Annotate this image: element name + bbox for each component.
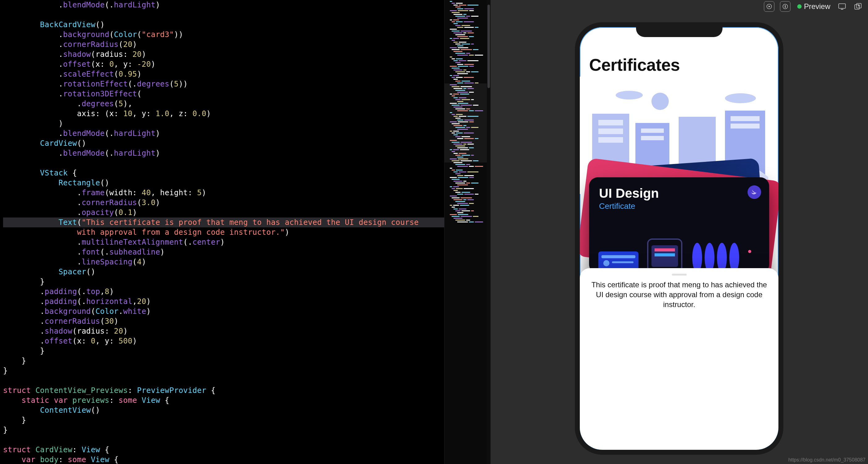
svg-rect-30 (655, 248, 675, 251)
phone-notch (636, 22, 722, 37)
code-editor-panel: .blendMode(.hardLight) BackCardView() .b… (0, 0, 491, 464)
code-line[interactable] (3, 435, 444, 445)
code-line[interactable]: } (3, 425, 444, 435)
code-line[interactable] (3, 158, 444, 168)
duplicate-preview-button[interactable] (853, 1, 863, 12)
code-line[interactable]: struct ContentView_Previews: PreviewProv… (3, 385, 444, 395)
code-line[interactable]: .blendMode(.hardLight) (3, 148, 444, 158)
pin-preview-button[interactable] (780, 1, 790, 12)
code-line[interactable]: .offset(x: 0, y: 500) (3, 336, 444, 346)
code-line[interactable]: .blendMode(.hardLight) (3, 128, 444, 138)
svg-rect-27 (612, 261, 633, 263)
front-card[interactable]: UI Design Certificate (589, 177, 769, 273)
sheet-text: This certificate is proof that meng to h… (590, 280, 769, 310)
svg-rect-17 (641, 136, 664, 140)
code-line[interactable]: ContentView() (3, 405, 444, 415)
svg-rect-4 (841, 9, 843, 9)
code-line[interactable]: .opacity(0.1) (3, 208, 444, 217)
phone-frame: Certificates (575, 22, 783, 455)
run-button[interactable] (764, 1, 774, 12)
svg-rect-25 (601, 255, 636, 258)
scrollbar-thumb[interactable] (488, 5, 490, 88)
code-line[interactable]: .cornerRadius(30) (3, 316, 444, 326)
code-line[interactable] (3, 376, 444, 385)
code-line[interactable]: } (3, 346, 444, 356)
code-area[interactable]: .blendMode(.hardLight) BackCardView() .b… (0, 0, 444, 464)
code-line[interactable]: VStack { (3, 168, 444, 178)
preview-status-label: Preview (804, 2, 830, 11)
code-line[interactable]: Text("This certificate is proof that men… (3, 217, 444, 227)
svg-rect-20 (731, 116, 760, 121)
svg-point-8 (725, 93, 756, 103)
code-line[interactable] (3, 10, 444, 20)
phone-screen[interactable]: Certificates (580, 27, 778, 450)
code-line[interactable]: } (3, 277, 444, 287)
code-line[interactable]: .degrees(5), (3, 99, 444, 109)
code-line[interactable]: } (3, 415, 444, 425)
code-line[interactable]: .frame(width: 40, height: 5) (3, 188, 444, 198)
code-line[interactable]: .cornerRadius(20) (3, 39, 444, 50)
code-line[interactable]: static var previews: some View { (3, 395, 444, 405)
code-line[interactable]: var body: some View { (3, 455, 444, 464)
svg-rect-13 (598, 128, 623, 134)
svg-rect-31 (655, 253, 675, 256)
code-line[interactable]: with approval from a design code instruc… (3, 227, 444, 237)
svg-point-10 (651, 93, 669, 110)
card-subtitle: Certificate (599, 202, 759, 211)
preview-status[interactable]: Preview (796, 1, 832, 12)
code-line[interactable]: CardView() (3, 138, 444, 148)
code-line[interactable]: axis: (x: 10, y: 1.0, z: 0.0) (3, 109, 444, 119)
svg-point-26 (603, 260, 610, 266)
preview-toolbar: Preview (491, 0, 868, 13)
code-line[interactable]: .background(Color("card3")) (3, 30, 444, 39)
code-line[interactable]: .background(Color.white) (3, 306, 444, 316)
code-line[interactable]: } (3, 356, 444, 366)
svg-rect-14 (598, 137, 623, 143)
code-line[interactable]: .shadow(radius: 20) (3, 50, 444, 59)
editor-scrollbar[interactable] (487, 0, 491, 464)
code-line[interactable]: .padding(.top,8) (3, 287, 444, 297)
sheet-grabber[interactable] (672, 274, 687, 276)
minimap[interactable] (444, 0, 491, 464)
code-line[interactable]: .padding(.horizontal,20) (3, 297, 444, 306)
code-line[interactable]: BackCardView() (3, 20, 444, 30)
device-picker-button[interactable] (837, 1, 847, 12)
code-line[interactable]: .shadow(radius: 20) (3, 326, 444, 336)
watermark: https://blog.csdn.net/m0_37508087 (788, 457, 866, 463)
code-line[interactable]: .multilineTextAlignment(.center) (3, 237, 444, 247)
preview-panel: Preview Certificates (491, 0, 868, 464)
code-line[interactable]: ) (3, 119, 444, 128)
cards-stack: UI Design Certificate (589, 166, 769, 277)
code-line[interactable]: } (3, 366, 444, 376)
code-line[interactable]: .rotationEffect(.degrees(5)) (3, 79, 444, 89)
minimap-viewport[interactable] (444, 84, 491, 162)
bottom-sheet[interactable]: This certificate is proof that meng to h… (580, 268, 778, 450)
svg-rect-2 (784, 5, 785, 8)
code-line[interactable]: .offset(x: 0, y: -20) (3, 59, 444, 69)
code-line[interactable]: Spacer() (3, 267, 444, 277)
code-line[interactable]: struct CardView: View { (3, 445, 444, 455)
svg-rect-3 (839, 4, 845, 8)
card-title: UI Design (599, 186, 759, 201)
svg-rect-16 (641, 128, 664, 133)
code-line[interactable]: .lineSpacing(4) (3, 257, 444, 267)
svg-point-9 (616, 91, 643, 99)
svg-rect-12 (598, 120, 623, 125)
svg-point-36 (748, 250, 751, 253)
card-illustration (595, 233, 756, 273)
svg-rect-21 (731, 124, 760, 128)
preview-live-dot-icon (797, 4, 802, 9)
code-line[interactable]: .font(.subheadline) (3, 247, 444, 257)
code-line[interactable]: .scaleEffect(0.95) (3, 69, 444, 79)
code-line[interactable]: Rectangle() (3, 178, 444, 188)
code-line[interactable]: .blendMode(.hardLight) (3, 0, 444, 10)
code-line[interactable]: .rotation3DEffect( (3, 89, 444, 99)
code-line[interactable]: .cornerRadius(3.0) (3, 198, 444, 208)
page-title: Certificates (589, 55, 769, 75)
swift-logo-icon (747, 185, 761, 199)
